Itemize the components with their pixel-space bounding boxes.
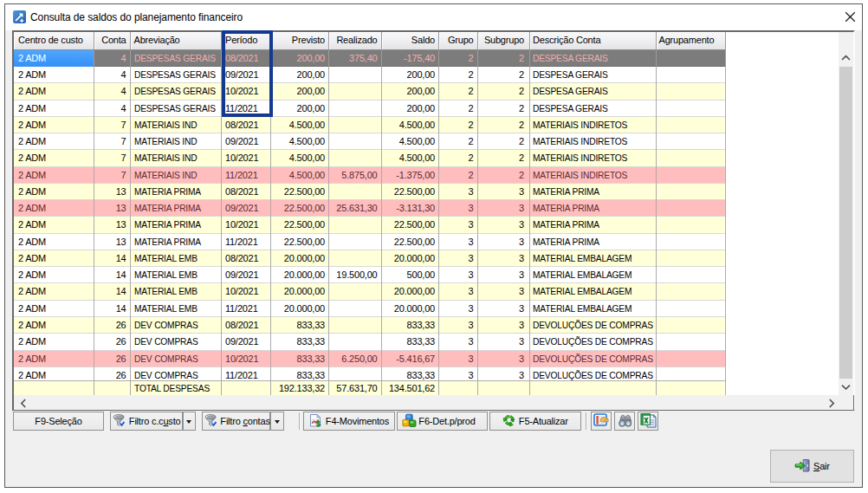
svg-text:$: $: [316, 418, 321, 428]
